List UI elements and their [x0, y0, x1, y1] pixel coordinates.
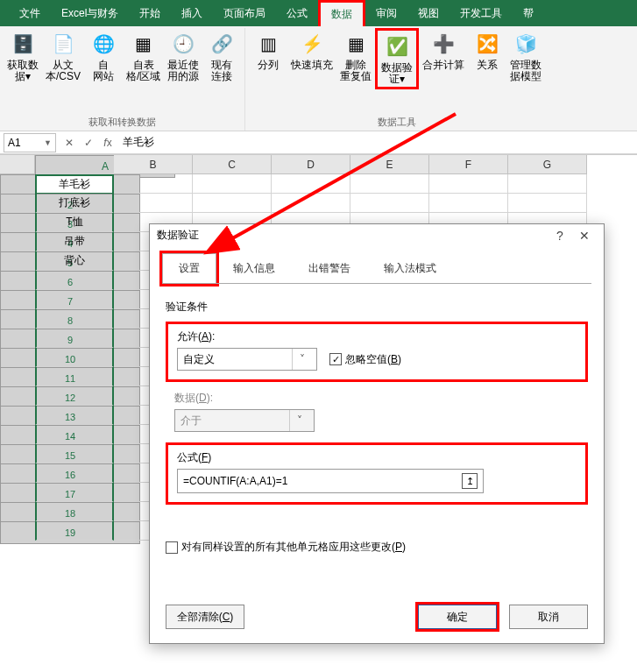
col-header-F[interactable]: F — [429, 155, 508, 174]
validation-criteria-label: 验证条件 — [166, 300, 588, 315]
cell-A5[interactable]: 背心 — [35, 251, 114, 271]
get-data-icon: 🗄️ — [9, 30, 37, 58]
clear-all-button[interactable]: 全部清除(C) — [166, 605, 244, 629]
cell-A16[interactable] — [35, 463, 114, 483]
tab-insert[interactable]: 插入 — [171, 0, 213, 26]
cell-A3[interactable]: T恤 — [35, 213, 114, 232]
dialog-tab-settings[interactable]: 设置 — [162, 253, 216, 284]
name-box[interactable]: A1 ▼ — [4, 133, 56, 152]
cell-G1[interactable] — [508, 174, 587, 194]
from-csv-button[interactable]: 📄 从文 本/CSV — [42, 28, 84, 84]
recent-sources-icon: 🕘 — [169, 30, 197, 58]
col-header-C[interactable]: C — [193, 155, 272, 174]
col-header-G[interactable]: G — [508, 155, 587, 174]
apply-all-label: 对有同样设置的所有其他单元格应用这些更改(P) — [181, 540, 406, 555]
cell-A7[interactable] — [35, 290, 114, 309]
formula-field[interactable]: =COUNTIF(A:A,A1)=1 ↥ — [177, 469, 484, 493]
apply-all-checkbox[interactable]: 对有同样设置的所有其他单元格应用这些更改(P) — [166, 540, 588, 555]
cell-A13[interactable] — [35, 406, 114, 425]
cell-D1[interactable] — [272, 174, 350, 194]
col-header-E[interactable]: E — [350, 155, 429, 174]
consolidate-button[interactable]: ➕ 合并计算 — [419, 28, 468, 73]
cell-A12[interactable] — [35, 386, 114, 406]
dialog-tab-error-alert[interactable]: 出错警告 — [292, 253, 367, 284]
cell-A11[interactable] — [35, 367, 114, 386]
tab-developer[interactable]: 开发工具 — [449, 0, 513, 26]
tab-help[interactable]: 帮 — [513, 0, 544, 26]
data-validation-dialog: 数据验证 ? ✕ 设置 输入信息 出错警告 输入法模式 验证条件 允许(A): … — [149, 223, 605, 644]
from-web-icon: 🌐 — [89, 30, 117, 58]
fx-icon[interactable]: fx — [98, 137, 117, 149]
cell-A6[interactable] — [35, 271, 114, 290]
tab-page-layout[interactable]: 页面布局 — [213, 0, 276, 26]
cell-C1[interactable] — [193, 174, 272, 194]
cell-A4[interactable]: 吊带 — [35, 232, 114, 251]
flash-fill-button[interactable]: ⚡ 快速填充 — [287, 28, 336, 73]
chevron-down-icon: ˅ — [292, 349, 311, 370]
tab-home[interactable]: 开始 — [129, 0, 171, 26]
tab-view[interactable]: 视图 — [407, 0, 449, 26]
cell-G2[interactable] — [508, 194, 587, 213]
cell-A14[interactable] — [35, 425, 114, 444]
range-selector-icon[interactable]: ↥ — [462, 473, 478, 489]
ribbon-group-get-transform: 🗄️ 获取数 据▾ 📄 从文 本/CSV 🌐 自 网站 ▦ 自表 格/区域 🕘 … — [0, 28, 245, 131]
cell-A9[interactable] — [35, 329, 114, 348]
tab-excel-finance[interactable]: Excel与财务 — [51, 0, 129, 26]
allow-dropdown[interactable]: 自定义 ˅ — [177, 348, 317, 371]
enter-formula-icon[interactable]: ✓ — [79, 137, 98, 149]
from-csv-label: 从文 本/CSV — [46, 60, 81, 82]
ribbon-group-text-to-columns: ▥ 分列 ⚡ 快速填充 ▦ 删除 重复值 ✅ 数据验 证▾ ➕ 合并计算 🔀 关… — [245, 28, 549, 131]
cell-A18[interactable] — [35, 502, 114, 521]
data-validation-button[interactable]: ✅ 数据验 证▾ — [375, 28, 419, 89]
col-header-D[interactable]: D — [272, 155, 350, 174]
tab-file[interactable]: 文件 — [9, 0, 51, 26]
tab-review[interactable]: 审阅 — [365, 0, 407, 26]
cell-F1[interactable] — [429, 174, 508, 194]
cancel-button[interactable]: 取消 — [509, 605, 588, 629]
dialog-tab-ime-mode[interactable]: 输入法模式 — [367, 253, 453, 284]
get-data-button[interactable]: 🗄️ 获取数 据▾ — [4, 28, 42, 84]
cell-A15[interactable] — [35, 444, 114, 463]
from-table-button[interactable]: ▦ 自表 格/区域 — [123, 28, 164, 84]
cell-E1[interactable] — [350, 174, 429, 194]
text-to-columns-button[interactable]: ▥ 分列 — [249, 28, 287, 73]
ignore-blank-checkbox[interactable]: ✓ 忽略空值(B) — [329, 352, 401, 367]
recent-sources-button[interactable]: 🕘 最近使 用的源 — [164, 28, 202, 84]
formula-label: 公式(F) — [177, 450, 577, 465]
cell-D2[interactable] — [272, 194, 350, 213]
cancel-formula-icon[interactable]: ✕ — [60, 137, 79, 149]
cell-C2[interactable] — [193, 194, 272, 213]
cell-E2[interactable] — [350, 194, 429, 213]
cell-A17[interactable] — [35, 483, 114, 502]
cell-F2[interactable] — [429, 194, 508, 213]
cell-B1[interactable] — [114, 174, 193, 194]
ok-button[interactable]: 确定 — [418, 605, 497, 629]
dialog-tab-input-message[interactable]: 输入信息 — [216, 253, 292, 284]
relationships-label: 关系 — [477, 60, 498, 71]
manage-data-model-button[interactable]: 🧊 管理数 据模型 — [506, 28, 545, 84]
name-box-dropdown-icon[interactable]: ▼ — [44, 138, 52, 147]
formula-input[interactable] — [117, 133, 637, 152]
relationships-button[interactable]: 🔀 关系 — [468, 28, 506, 73]
ignore-blank-label: 忽略空值(B) — [345, 352, 401, 367]
cell-A10[interactable] — [35, 348, 114, 367]
dialog-help-icon[interactable]: ? — [548, 229, 572, 243]
existing-conn-icon: 🔗 — [208, 30, 236, 58]
data-value: 介于 — [180, 414, 202, 428]
dialog-close-icon[interactable]: ✕ — [572, 229, 597, 243]
select-all-corner[interactable] — [0, 155, 35, 174]
text-to-columns-label: 分列 — [258, 60, 279, 71]
group-label-get-transform: 获取和转换数据 — [88, 114, 156, 129]
tab-formulas[interactable]: 公式 — [276, 0, 318, 26]
existing-conn-button[interactable]: 🔗 现有 连接 — [202, 28, 241, 84]
cell-B2[interactable] — [114, 194, 193, 213]
cell-A2[interactable]: 打底衫 — [35, 194, 114, 213]
from-web-button[interactable]: 🌐 自 网站 — [84, 28, 123, 84]
cell-A19[interactable] — [35, 521, 114, 541]
formula-bar: A1 ▼ ✕ ✓ fx — [0, 131, 637, 154]
remove-duplicates-button[interactable]: ▦ 删除 重复值 — [336, 28, 375, 84]
col-header-B[interactable]: B — [114, 155, 193, 174]
cell-A8[interactable] — [35, 309, 114, 329]
tab-data[interactable]: 数据 — [318, 0, 365, 26]
cell-A1[interactable]: 羊毛衫 — [35, 174, 114, 194]
